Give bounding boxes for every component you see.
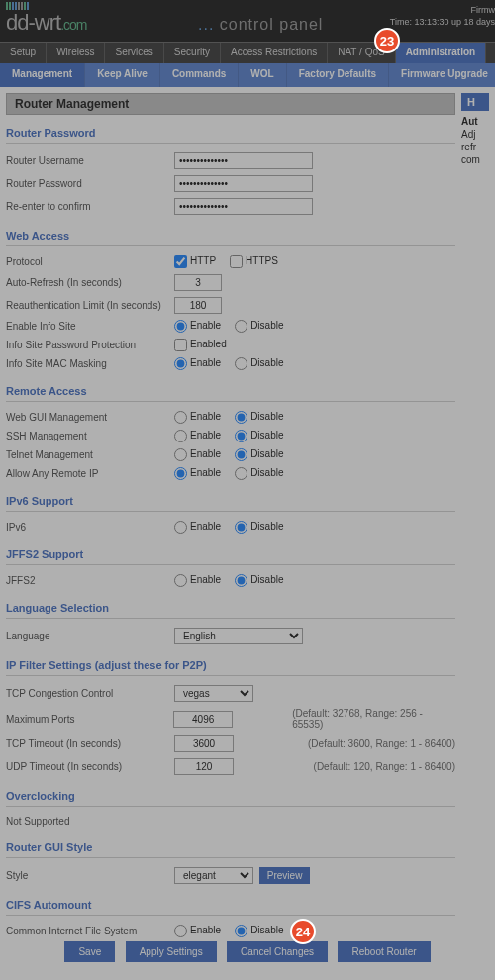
style-label: Style (6, 870, 174, 881)
tcp-to-input[interactable] (174, 735, 234, 752)
password-label: Router Password (6, 178, 174, 189)
telnet-label: Telnet Management (6, 449, 174, 460)
jffs2-section: JFFS2 Support JFFS2EnableDisable (6, 544, 455, 590)
mac-disable[interactable] (235, 357, 248, 370)
subtab-firmware[interactable]: Firmware Upgrade (389, 63, 495, 87)
help-sidebar: H AutAdj refr com (461, 93, 489, 944)
http-checkbox[interactable] (174, 255, 187, 268)
cifs-legend: CIFS Automount (6, 895, 455, 916)
infosite-mac-label: Info Site MAC Masking (6, 358, 174, 369)
remote-legend: Remote Access (6, 381, 455, 402)
firmware-time: FirmwTime: 13:13:30 up 18 days (390, 4, 495, 28)
jffs2-legend: JFFS2 Support (6, 544, 455, 565)
web-disable[interactable] (235, 411, 248, 424)
ipfilter-legend: IP Filter Settings (adjust these for P2P… (6, 655, 455, 676)
language-section: Language Selection LanguageEnglish (6, 598, 455, 647)
https-checkbox[interactable] (230, 255, 243, 268)
infosite-pw-label: Info Site Password Protection (6, 340, 174, 350)
web-access-legend: Web Access (6, 226, 455, 246)
infosite-label: Enable Info Site (6, 321, 174, 332)
confirm-input[interactable] (174, 198, 313, 215)
signal-bars-icon (6, 2, 29, 10)
tcp-cc-select[interactable]: vegas (174, 685, 253, 702)
protocol-label: Protocol (6, 256, 174, 267)
telnet-enable[interactable] (174, 448, 187, 461)
save-button[interactable]: Save (64, 941, 115, 962)
footer-buttons: Save Apply Settings Cancel Changes Reboo… (0, 941, 495, 962)
https-label: HTTPS (246, 255, 278, 266)
tcp-to-hint: (Default: 3600, Range: 1 - 86400) (308, 738, 455, 749)
maxports-hint: (Default: 32768, Range: 256 - 65535) (292, 708, 455, 730)
cifs-label: Common Internet File System (6, 926, 174, 936)
tab-status[interactable]: S (486, 43, 495, 63)
tab-access[interactable]: Access Restrictions (221, 43, 328, 63)
tcp-to-label: TCP Timeout (In seconds) (6, 738, 174, 749)
infosite-pw-checkbox[interactable] (174, 339, 187, 351)
telnet-disable[interactable] (235, 448, 248, 461)
ipv6-legend: IPv6 Support (6, 491, 455, 512)
subtab-management[interactable]: Management (0, 63, 85, 87)
style-section: Router GUI Style Styleelegant Preview (6, 837, 455, 887)
help-header: H (461, 93, 489, 111)
ipfilter-section: IP Filter Settings (adjust these for P2P… (6, 655, 455, 778)
web-gui-label: Web GUI Management (6, 412, 174, 423)
main-tabs: Setup Wireless Services Security Access … (0, 42, 495, 63)
tab-security[interactable]: Security (164, 43, 221, 63)
jffs2-disable[interactable] (235, 574, 248, 587)
maxports-input[interactable] (173, 711, 233, 728)
reauth-label: Reauthentication Limit (In seconds) (6, 300, 174, 311)
subtab-commands[interactable]: Commands (160, 63, 239, 87)
apply-button[interactable]: Apply Settings (126, 941, 217, 962)
password-input[interactable] (174, 175, 313, 192)
tab-administration[interactable]: Administration (396, 43, 487, 63)
preview-button[interactable]: Preview (259, 867, 311, 884)
web-access-section: Web Access ProtocolHTTPHTTPS Auto-Refres… (6, 226, 455, 373)
router-password-legend: Router Password (6, 123, 455, 144)
cifs-enable[interactable] (174, 925, 187, 937)
cifs-section: CIFS Automount Common Internet File Syst… (6, 895, 455, 940)
remote-access-section: Remote Access Web GUI ManagementEnableDi… (6, 381, 455, 483)
sub-tabs: Management Keep Alive Commands WOL Facto… (0, 63, 495, 87)
lang-label: Language (6, 631, 174, 641)
cifs-disable[interactable] (235, 925, 248, 937)
jffs2-label: JFFS2 (6, 575, 174, 586)
lang-legend: Language Selection (6, 598, 455, 619)
ipv6-enable[interactable] (174, 521, 187, 534)
reauth-input[interactable] (174, 297, 222, 314)
header: dd-wrt.com ... control panel FirmwTime: … (0, 0, 495, 42)
ipv6-section: IPv6 Support IPv6EnableDisable (6, 491, 455, 537)
subtab-factory[interactable]: Factory Defaults (287, 63, 389, 87)
udp-to-label: UDP Timeout (In seconds) (6, 761, 174, 772)
infosite-disable[interactable] (235, 320, 248, 333)
web-enable[interactable] (174, 411, 187, 424)
tab-setup[interactable]: Setup (0, 43, 47, 63)
language-select[interactable]: English (174, 628, 303, 644)
tab-services[interactable]: Services (105, 43, 163, 63)
autorefresh-input[interactable] (174, 274, 222, 291)
page-title: Router Management (6, 93, 455, 115)
cancel-button[interactable]: Cancel Changes (227, 941, 328, 962)
overclock-legend: Overclocking (6, 786, 455, 807)
reboot-button[interactable]: Reboot Router (338, 941, 430, 962)
style-select[interactable]: elegant (174, 867, 253, 884)
anyip-label: Allow Any Remote IP (6, 468, 174, 479)
help-body: AutAdj refr com (461, 111, 489, 170)
tcp-cc-label: TCP Congestion Control (6, 688, 174, 699)
tab-wireless[interactable]: Wireless (47, 43, 105, 63)
ssh-label: SSH Management (6, 431, 174, 441)
udp-to-input[interactable] (174, 758, 234, 775)
style-legend: Router GUI Style (6, 837, 455, 858)
ipv6-disable[interactable] (235, 521, 248, 534)
mac-enable[interactable] (174, 357, 187, 370)
jffs2-enable[interactable] (174, 574, 187, 587)
callout-23: 23 (374, 28, 400, 53)
ssh-disable[interactable] (235, 430, 248, 442)
username-input[interactable] (174, 152, 313, 169)
subtab-wol[interactable]: WOL (239, 63, 286, 87)
infosite-enable[interactable] (174, 320, 187, 333)
ssh-enable[interactable] (174, 430, 187, 442)
overclock-section: Overclocking Not Supported (6, 786, 455, 830)
subtab-keepalive[interactable]: Keep Alive (85, 63, 160, 87)
anyip-disable[interactable] (235, 467, 248, 480)
anyip-enable[interactable] (174, 467, 187, 480)
